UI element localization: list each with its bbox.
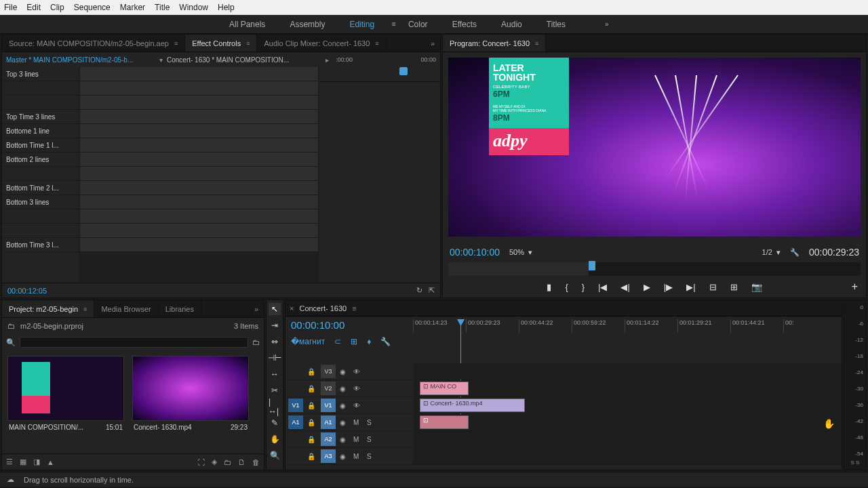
zoom-tool-icon[interactable]: 🔍 — [269, 449, 281, 462]
workspace-titles[interactable]: Titles — [534, 15, 578, 33]
track-target-v1[interactable]: V1 — [321, 399, 336, 412]
search-icon[interactable]: 🔍 — [6, 338, 16, 347]
workspace-audio[interactable]: Audio — [489, 15, 534, 33]
effect-prop[interactable]: Bottom Time 2 l... — [2, 181, 79, 195]
step-forward-icon[interactable]: |▶ — [664, 282, 673, 292]
linked-selection-icon[interactable]: ⊂ — [334, 337, 341, 346]
clear-icon[interactable]: 🗑 — [252, 458, 260, 466]
lock-icon[interactable]: 🔒 — [307, 436, 317, 443]
effect-prop[interactable]: Bottome 1 line — [2, 124, 79, 138]
solo-label[interactable]: S — [367, 436, 376, 443]
toggle-output-icon[interactable]: ◉ — [340, 402, 349, 409]
lock-icon[interactable]: 🔒 — [307, 453, 317, 460]
new-item-icon[interactable]: 🗋 — [238, 458, 245, 466]
track-target-v2[interactable]: V2 — [321, 382, 336, 395]
mute-label[interactable]: M — [353, 419, 363, 426]
project-item[interactable]: MAIN COMPOSITION/... 15:01 — [7, 356, 124, 448]
workspace-assembly[interactable]: Assembly — [277, 15, 337, 33]
rolling-tool-icon[interactable]: ⊣⊢ — [269, 352, 281, 364]
settings-icon[interactable]: 🔧 — [790, 248, 800, 257]
workspace-color[interactable]: Color — [396, 15, 440, 33]
bin-icon[interactable]: 🗀 — [7, 322, 15, 330]
effect-prop[interactable] — [2, 167, 79, 181]
effect-prop[interactable]: Top 3 lines — [2, 67, 79, 81]
program-timecode[interactable]: 00:00:10:00 — [450, 247, 500, 258]
menu-marker[interactable]: Marker — [120, 3, 145, 12]
workspace-overflow-icon[interactable]: » — [605, 20, 609, 28]
program-resolution[interactable]: 1/2 ▾ — [762, 248, 781, 257]
new-bin-icon[interactable]: 🗀 — [224, 458, 231, 466]
clip-v1[interactable]: ⊡ Concert- 1630.mp4 — [420, 399, 525, 412]
program-playhead-icon[interactable] — [589, 261, 595, 270]
lift-icon[interactable]: ⊟ — [709, 282, 717, 292]
lock-icon[interactable]: 🔒 — [307, 368, 317, 375]
effect-sequence-clip[interactable]: Concert- 1630 * MAIN COMPOSITION... — [163, 56, 323, 64]
settings-icon[interactable]: 🔧 — [380, 337, 391, 346]
effect-prop[interactable] — [2, 96, 79, 110]
menu-window[interactable]: Window — [179, 3, 208, 12]
sequence-marker-icon[interactable]: ♦ — [367, 337, 371, 346]
freeform-icon[interactable]: ◨ — [33, 458, 40, 466]
project-item[interactable]: Concert- 1630.mp4 29:23 — [132, 356, 249, 448]
sort-icon[interactable]: ▲ — [47, 458, 54, 466]
track-select-tool-icon[interactable]: ⇥ — [269, 319, 281, 331]
track-target-a1[interactable]: A1 — [321, 415, 336, 429]
track-target-a3[interactable]: A3 — [321, 449, 336, 463]
ripple-tool-icon[interactable]: ⇔ — [269, 336, 281, 348]
list-view-icon[interactable]: ☰ — [6, 458, 13, 466]
workspace-effects[interactable]: Effects — [440, 15, 489, 33]
menu-title[interactable]: Title — [155, 3, 170, 12]
program-viewport[interactable]: LATER TONIGHT CELEBRITY BABY 6PM ME MYSE… — [448, 58, 861, 237]
menu-file[interactable]: File — [4, 3, 17, 12]
tab-source[interactable]: Source: MAIN COMPOSITION/m2-05-begin.aep… — [2, 35, 185, 52]
mute-icon[interactable]: ◉ — [340, 419, 349, 426]
toggle-sync-icon[interactable]: 👁 — [353, 368, 363, 375]
cc-icon[interactable]: ☁ — [7, 475, 14, 484]
solo-label[interactable]: S — [367, 453, 376, 460]
tab-effect-controls[interactable]: Effect Controls≡ — [185, 35, 257, 52]
menu-clip[interactable]: Clip — [50, 3, 64, 12]
effect-prop[interactable] — [2, 209, 79, 224]
project-overflow-icon[interactable]: » — [249, 305, 264, 313]
project-search-input[interactable] — [20, 337, 248, 348]
mute-icon[interactable]: ◉ — [340, 436, 349, 443]
button-editor-icon[interactable]: + — [852, 281, 858, 293]
effect-playhead-icon[interactable] — [399, 67, 408, 75]
workspace-all-panels[interactable]: All Panels — [217, 15, 277, 33]
hand-tool-icon[interactable]: ✋ — [269, 433, 281, 445]
tab-media-browser[interactable]: Media Browser — [94, 300, 158, 317]
toggle-sync-icon[interactable]: 👁 — [353, 402, 363, 409]
menu-edit[interactable]: Edit — [26, 3, 41, 12]
effect-prop[interactable]: Bottom Time 3 l... — [2, 238, 79, 252]
tab-libraries[interactable]: Libraries — [159, 300, 201, 317]
rate-tool-icon[interactable]: ↔ — [269, 368, 281, 380]
timeline-sequence-name[interactable]: Concert- 1630 — [299, 304, 347, 312]
track-target-a2[interactable]: A2 — [321, 432, 336, 446]
toggle-output-icon[interactable]: ◉ — [340, 368, 349, 375]
out-point-icon[interactable]: } — [582, 282, 585, 292]
track-target-v3[interactable]: V3 — [321, 365, 336, 378]
timeline-ruler[interactable]: 00:00:14:2300:00:29:23 00:00:44:2200:00:… — [413, 319, 836, 333]
find-icon[interactable]: ◈ — [212, 458, 217, 466]
clip-v2[interactable]: ⊡ MAIN CO — [420, 382, 469, 395]
mark-in-icon[interactable]: ▮ — [547, 282, 551, 292]
menu-help[interactable]: Help — [218, 3, 235, 12]
lock-icon[interactable]: 🔒 — [307, 419, 317, 426]
effect-timeline[interactable] — [319, 67, 440, 283]
program-zoom[interactable]: 50% ▾ — [509, 248, 532, 257]
effect-prop[interactable]: Bottom 2 lines — [2, 152, 79, 167]
effect-prop[interactable]: Bottom 3 lines — [2, 195, 79, 209]
panel-overflow-icon[interactable]: » — [425, 39, 440, 47]
audio-meter-panel[interactable]: 0-6 -12-18 -24-30 -36-42 -48-54 S S — [844, 300, 867, 470]
lock-icon[interactable]: 🔒 — [307, 402, 317, 409]
lock-icon[interactable]: 🔒 — [307, 385, 317, 392]
effect-prop[interactable]: Top Time 3 lines — [2, 110, 79, 124]
loop-icon[interactable]: ↻ — [416, 286, 422, 294]
pen-tool-icon[interactable]: ✎ — [269, 417, 281, 429]
effect-prop[interactable] — [2, 224, 79, 238]
effect-prop[interactable] — [2, 81, 79, 96]
effect-timecode[interactable]: 00:00:12:05 — [7, 287, 47, 295]
tab-program[interactable]: Program: Concert- 1630≡ — [443, 35, 546, 52]
razor-tool-icon[interactable]: ✂ — [269, 384, 281, 396]
marker-icon[interactable]: ⊞ — [351, 337, 357, 346]
